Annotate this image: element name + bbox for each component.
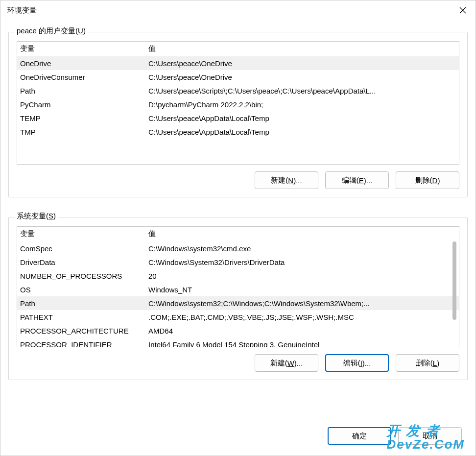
cell-name: TMP (19, 128, 147, 136)
cell-name: DriverData (19, 258, 147, 266)
table-row[interactable]: TMPC:\Users\peace\AppData\Local\Temp (17, 125, 459, 139)
close-button[interactable] (456, 3, 470, 17)
system-vars-buttons: 新建(W)... 编辑(I)... 删除(L) (17, 354, 459, 372)
col-header-value[interactable]: 值 (147, 229, 457, 239)
table-header: 变量 值 (17, 42, 459, 56)
cell-value: C:\Windows\System32\Drivers\DriverData (147, 258, 457, 266)
cell-name: PROCESSOR_ARCHITECTURE (19, 327, 147, 335)
table-row[interactable]: PROCESSOR_ARCHITECTUREAMD64 (17, 324, 459, 337)
cell-value: Intel64 Family 6 Model 154 Stepping 3, G… (147, 340, 457, 348)
table-row[interactable]: PathC:\Windows\system32;C:\Windows;C:\Wi… (17, 296, 459, 310)
table-header: 变量 值 (17, 227, 459, 241)
cell-value: C:\Users\peace\AppData\Local\Temp (147, 114, 457, 122)
table-row[interactable]: OneDriveC:\Users\peace\OneDrive (17, 56, 459, 70)
ok-button[interactable]: 确定 (328, 427, 391, 445)
cell-name: OneDrive (19, 59, 147, 68)
cell-name: OS (19, 286, 147, 294)
close-icon (459, 7, 466, 14)
cell-value: C:\Users\peace\OneDrive (147, 59, 457, 68)
cancel-button[interactable]: 取消 (398, 427, 462, 445)
col-header-name[interactable]: 变量 (19, 229, 147, 239)
cell-value: .COM;.EXE;.BAT;.CMD;.VBS;.VBE;.JS;.JSE;.… (147, 313, 457, 321)
cell-name: PROCESSOR_IDENTIFIER (19, 340, 147, 348)
system-vars-group: 系统变量(S) 变量 值 ComSpecC:\Windows\system32\… (8, 217, 468, 380)
dialog-title: 环境变量 (7, 6, 37, 15)
group-label-text: 系统变量( (17, 212, 48, 220)
group-label-suffix: ) (83, 26, 86, 35)
table-row[interactable]: TEMPC:\Users\peace\AppData\Local\Temp (17, 111, 459, 125)
dialog-content: peace 的用户变量(U) 变量 值 OneDriveC:\Users\pea… (0, 20, 476, 456)
system-delete-button[interactable]: 删除(L) (396, 354, 459, 372)
cell-name: ComSpec (19, 244, 147, 253)
system-vars-scrollbar[interactable] (451, 241, 458, 346)
user-vars-buttons: 新建(N)... 编辑(E)... 删除(D) (17, 171, 459, 189)
system-vars-table[interactable]: 变量 值 ComSpecC:\Windows\system32\cmd.exeD… (17, 226, 459, 347)
user-vars-group: peace 的用户变量(U) 变量 值 OneDriveC:\Users\pea… (8, 32, 468, 197)
table-row[interactable]: PathC:\Users\peace\Scripts\;C:\Users\pea… (17, 84, 459, 97)
system-vars-group-label: 系统变量(S) (15, 212, 58, 221)
table-row[interactable]: PyCharmD:\pycharm\PyCharm 2022.2.2\bin; (17, 97, 459, 111)
system-edit-button[interactable]: 编辑(I)... (325, 354, 389, 372)
titlebar: 环境变量 (0, 0, 476, 20)
cell-name: PyCharm (19, 100, 147, 109)
col-header-name[interactable]: 变量 (19, 44, 147, 53)
cell-name: Path (19, 87, 147, 95)
user-delete-button[interactable]: 删除(D) (396, 171, 459, 189)
cell-value: 20 (147, 272, 457, 280)
cell-value: AMD64 (147, 327, 457, 335)
table-row[interactable]: PATHEXT.COM;.EXE;.BAT;.CMD;.VBS;.VBE;.JS… (17, 310, 459, 324)
scrollbar-thumb[interactable] (452, 241, 456, 320)
table-row[interactable]: OneDriveConsumerC:\Users\peace\OneDrive (17, 70, 459, 84)
group-label-mnemonic: S (48, 212, 53, 220)
cell-value: D:\pycharm\PyCharm 2022.2.2\bin; (147, 100, 457, 109)
cell-name: TEMP (19, 114, 147, 122)
cell-name: Path (19, 299, 147, 308)
cell-value: C:\Windows\system32;C:\Windows;C:\Window… (147, 299, 457, 308)
user-vars-group-label: peace 的用户变量(U) (15, 26, 88, 36)
cell-name: NUMBER_OF_PROCESSORS (19, 272, 147, 280)
table-row[interactable]: ComSpecC:\Windows\system32\cmd.exe (17, 241, 459, 255)
group-label-mnemonic: U (78, 26, 83, 35)
table-row[interactable]: NUMBER_OF_PROCESSORS20 (17, 269, 459, 283)
col-header-value[interactable]: 值 (147, 44, 457, 53)
dialog-buttons: 确定 取消 (328, 427, 462, 445)
cell-name: OneDriveConsumer (19, 73, 147, 81)
user-edit-button[interactable]: 编辑(E)... (325, 171, 389, 189)
system-new-button[interactable]: 新建(W)... (255, 354, 318, 372)
user-vars-table[interactable]: 变量 值 OneDriveC:\Users\peace\OneDriveOneD… (17, 41, 459, 165)
env-vars-dialog: 环境变量 peace 的用户变量(U) 变量 值 OneDriveC:\User… (0, 0, 476, 456)
table-row[interactable]: PROCESSOR_IDENTIFIERIntel64 Family 6 Mod… (17, 337, 459, 347)
group-label-suffix: ) (53, 212, 56, 220)
cell-value: C:\Users\peace\AppData\Local\Temp (147, 128, 457, 136)
cell-value: C:\Users\peace\Scripts\;C:\Users\peace\;… (147, 87, 457, 95)
table-row[interactable]: OSWindows_NT (17, 283, 459, 296)
cell-value: C:\Users\peace\OneDrive (147, 73, 457, 81)
cell-name: PATHEXT (19, 313, 147, 321)
group-label-text: peace 的用户变量( (17, 26, 78, 35)
table-row[interactable]: DriverDataC:\Windows\System32\Drivers\Dr… (17, 255, 459, 269)
user-new-button[interactable]: 新建(N)... (255, 171, 318, 189)
cell-value: Windows_NT (147, 286, 457, 294)
cell-value: C:\Windows\system32\cmd.exe (147, 244, 457, 253)
